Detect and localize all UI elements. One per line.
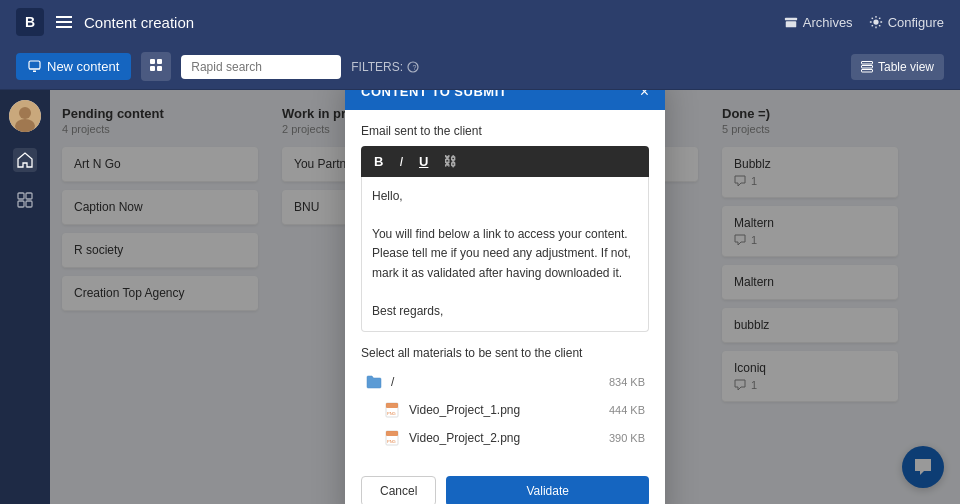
svg-rect-20 — [26, 201, 32, 207]
modal-header: CONTENT TO SUBMIT × — [345, 90, 665, 110]
svg-rect-11 — [861, 61, 872, 64]
rich-text-editor: B I U ⛓ Hello, You will find below a lin… — [361, 146, 649, 332]
files-section: Select all materials to be sent to the c… — [361, 346, 649, 452]
modal-footer: Cancel Validate — [345, 466, 665, 504]
sidebar-home-icon[interactable] — [13, 148, 37, 172]
content-submit-modal: CONTENT TO SUBMIT × Email sent to the cl… — [345, 90, 665, 504]
sidebar — [0, 90, 50, 504]
file-name-1: Video_Project_1.png — [409, 403, 601, 417]
archives-button[interactable]: Archives — [784, 15, 853, 30]
svg-rect-4 — [33, 71, 36, 73]
kanban-board: Pending content 4 projects Art N Go Capt… — [50, 90, 960, 504]
svg-rect-0 — [785, 18, 797, 21]
rte-link-button[interactable]: ⛓ — [439, 152, 460, 171]
email-line3: Best regards, — [372, 302, 638, 321]
file-name-2: Video_Project_2.png — [409, 431, 601, 445]
table-view-button[interactable]: Table view — [851, 54, 944, 80]
modal-body: Email sent to the client B I U ⛓ Hello, — [345, 110, 665, 466]
file-item-1[interactable]: PNG Video_Project_1.png 444 KB — [361, 396, 649, 424]
file-size-2: 390 KB — [609, 432, 645, 444]
email-line2: You will find below a link to access you… — [372, 225, 638, 283]
sidebar-grid-icon[interactable] — [13, 188, 37, 212]
avatar[interactable] — [9, 100, 41, 132]
svg-rect-13 — [861, 69, 872, 72]
toolbar: New content FILTERS: ? Table view — [0, 44, 960, 90]
modal-overlay: CONTENT TO SUBMIT × Email sent to the cl… — [50, 90, 960, 504]
files-section-label: Select all materials to be sent to the c… — [361, 346, 649, 360]
image-file-icon-1: PNG — [383, 401, 401, 419]
filters-label: FILTERS: ? — [351, 60, 419, 74]
new-content-label: New content — [47, 59, 119, 74]
svg-rect-7 — [150, 66, 155, 71]
svg-rect-1 — [786, 21, 797, 27]
content-type-toggle[interactable] — [141, 52, 171, 81]
folder-icon — [365, 373, 383, 391]
svg-rect-25 — [386, 431, 398, 436]
svg-text:PNG: PNG — [387, 411, 396, 416]
file-size-1: 444 KB — [609, 404, 645, 416]
main-layout: Pending content 4 projects Art N Go Capt… — [0, 90, 960, 504]
email-line1: Hello, — [372, 187, 638, 206]
svg-text:?: ? — [413, 64, 417, 71]
rte-italic-button[interactable]: I — [394, 152, 408, 171]
svg-rect-19 — [18, 201, 24, 207]
rte-bold-button[interactable]: B — [369, 152, 388, 171]
cancel-button[interactable]: Cancel — [361, 476, 436, 504]
rte-underline-button[interactable]: U — [414, 152, 433, 171]
svg-rect-6 — [157, 59, 162, 64]
table-view-label: Table view — [878, 60, 934, 74]
modal-title: CONTENT TO SUBMIT — [361, 90, 507, 99]
svg-rect-12 — [861, 65, 872, 68]
svg-rect-22 — [386, 403, 398, 408]
svg-point-2 — [873, 19, 878, 24]
svg-rect-18 — [26, 193, 32, 199]
rte-content[interactable]: Hello, You will find below a link to acc… — [361, 177, 649, 332]
folder-size: 834 KB — [609, 376, 645, 388]
folder-name: / — [391, 375, 601, 389]
top-nav: B Content creation Archives Configure — [0, 0, 960, 44]
file-item-folder[interactable]: / 834 KB — [361, 368, 649, 396]
validate-button[interactable]: Validate — [446, 476, 649, 504]
rte-toolbar: B I U ⛓ — [361, 146, 649, 177]
page-title: Content creation — [84, 14, 772, 31]
file-item-2[interactable]: PNG Video_Project_2.png 390 KB — [361, 424, 649, 452]
top-nav-right: Archives Configure — [784, 15, 944, 30]
search-input[interactable] — [181, 55, 341, 79]
image-file-icon-2: PNG — [383, 429, 401, 447]
new-content-button[interactable]: New content — [16, 53, 131, 80]
brand-logo: B — [16, 8, 44, 36]
modal-close-button[interactable]: × — [640, 90, 649, 100]
configure-button[interactable]: Configure — [869, 15, 944, 30]
email-section-label: Email sent to the client — [361, 124, 649, 138]
svg-rect-8 — [157, 66, 162, 71]
svg-rect-5 — [150, 59, 155, 64]
svg-point-15 — [19, 107, 31, 119]
svg-rect-17 — [18, 193, 24, 199]
svg-text:PNG: PNG — [387, 439, 396, 444]
svg-rect-3 — [29, 61, 40, 69]
hamburger-button[interactable] — [56, 16, 72, 28]
